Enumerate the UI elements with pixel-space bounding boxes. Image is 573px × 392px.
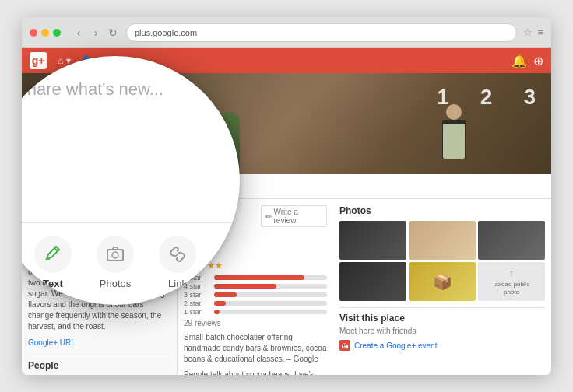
share-photos-label: Photos [100, 278, 131, 289]
rating-bars: 5 star 4 star 3 star 2 star [184, 274, 327, 316]
bar-track-5 [214, 275, 327, 280]
photo-grid: 📦 ↑ upload publicphoto [339, 221, 545, 301]
share-photos-icon-circle [97, 236, 134, 273]
bar-fill-5 [214, 275, 304, 280]
browser-actions: ☆ ≡ [523, 26, 543, 38]
bar-row-3star: 3 star [184, 291, 327, 299]
share-placeholder: Share what's new... [22, 79, 215, 100]
gplus-right: 🔔 ⊕ [511, 54, 543, 68]
bar-label-3: 3 star [184, 291, 211, 299]
svg-rect-2 [107, 250, 123, 261]
star-icon[interactable]: ☆ [523, 26, 533, 38]
hero-figure [434, 104, 473, 174]
svg-line-4 [175, 252, 180, 257]
create-event-label: Create a Google+ event [354, 341, 437, 350]
upload-text: upload publicphoto [493, 281, 529, 297]
traffic-light-yellow[interactable] [41, 29, 49, 37]
bar-track-3 [214, 292, 327, 297]
camera-svg-icon [104, 243, 126, 265]
visit-section: Visit this place Meet here with friends … [339, 307, 545, 351]
write-review-label: Write a review [274, 208, 323, 225]
forward-button[interactable]: › [89, 26, 103, 40]
bar-row-4star: 4 star [184, 282, 327, 290]
right-column: Photos 📦 ↑ upload publicphoto [333, 199, 551, 375]
bar-label-1: 1 star [184, 308, 211, 316]
photo-thumb-4[interactable] [339, 262, 406, 301]
bar-row-1star: 1 star [184, 308, 327, 316]
google-url-link[interactable]: Google+ URL [28, 337, 170, 348]
bar-fill-3 [214, 292, 237, 297]
photo-thumb-1[interactable] [339, 221, 406, 260]
photo-thumb-3[interactable] [478, 221, 545, 260]
review-count: 29 reviews [184, 319, 327, 327]
notifications-icon[interactable]: 🔔 [511, 54, 527, 68]
bar-label-4: 4 star [184, 282, 211, 290]
gplus-logo[interactable]: g+ [30, 52, 47, 69]
chalk-number-2: 2 [480, 85, 493, 110]
bar-track-2 [214, 301, 327, 306]
create-event-button[interactable]: 📅 Create a Google+ event [339, 340, 545, 351]
share-link-icon-circle [159, 236, 196, 273]
svg-point-3 [112, 252, 118, 258]
bar-row-5star: 5 star [184, 274, 327, 282]
box-icon: 📦 [433, 272, 452, 291]
chalk-number-3: 3 [523, 85, 536, 110]
traffic-light-green[interactable] [53, 29, 61, 37]
photos-title: Photos [339, 205, 545, 216]
place-description: Small-batch chocolatier offering handmad… [184, 332, 327, 365]
refresh-button[interactable]: ↻ [106, 26, 120, 40]
figure-apron [443, 124, 465, 159]
pencil-svg-icon [42, 243, 64, 265]
bar-track-1 [214, 310, 327, 314]
figure-head [446, 104, 462, 120]
pencil-icon: ✏ [265, 212, 272, 221]
upload-icon: ↑ [509, 267, 515, 279]
nav-buttons: ‹ › ↻ [72, 26, 120, 40]
bar-fill-1 [214, 310, 220, 314]
bar-fill-4 [214, 284, 276, 289]
share-text-icon-circle [34, 236, 72, 273]
address-bar[interactable]: plus.google.com [126, 23, 517, 42]
calendar-icon: 📅 [339, 340, 350, 351]
share-button[interactable]: ⊕ [533, 54, 543, 68]
photo-thumb-2[interactable] [409, 221, 476, 260]
people-section: People In their circles 290 people [28, 355, 170, 375]
bar-label-2: 2 star [184, 299, 211, 307]
photo-thumb-5[interactable]: 📦 [409, 262, 476, 301]
address-text: plus.google.com [135, 28, 197, 37]
circle-count: 290 people [81, 374, 120, 375]
back-button[interactable]: ‹ [72, 26, 86, 40]
visit-title: Visit this place [339, 313, 545, 324]
in-circles-text: In their circles [28, 374, 76, 375]
bar-track-4 [214, 284, 327, 289]
traffic-lights [30, 29, 61, 37]
people-talk: People talk about cocoa beans, love's an… [184, 369, 327, 375]
visit-subtitle: Meet here with friends [339, 327, 545, 335]
link-svg-icon [167, 243, 188, 265]
upload-photo-button[interactable]: ↑ upload publicphoto [478, 262, 545, 301]
traffic-light-red[interactable] [30, 29, 37, 37]
in-circles-label: In their circles 290 people [28, 374, 170, 375]
share-photos-item[interactable]: Photos [97, 236, 134, 289]
figure-body [442, 120, 466, 159]
browser-window: ‹ › ↻ plus.google.com ☆ ≡ g+ ⌂ ▾ 👤 ▾ 🔔 ⊕ [22, 17, 551, 375]
browser-chrome: ‹ › ↻ plus.google.com ☆ ≡ [22, 17, 551, 48]
write-review-button[interactable]: ✏ Write a review [261, 205, 328, 227]
bar-fill-2 [214, 301, 226, 306]
bar-row-2star: 2 star [184, 299, 327, 307]
menu-icon[interactable]: ≡ [537, 26, 543, 38]
people-title: People [28, 360, 170, 371]
